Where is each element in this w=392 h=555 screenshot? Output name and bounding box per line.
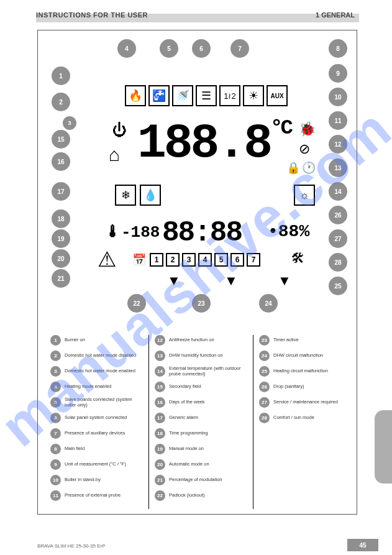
callout-bubble: 25 — [329, 277, 347, 295]
legend-row: 10Boiler in stand-by — [50, 475, 144, 485]
humidity-unit: % — [299, 222, 309, 241]
legend-num: 24 — [259, 351, 270, 361]
legend-text: DHW humidity function on — [169, 353, 223, 358]
callout-bubble: 22 — [127, 294, 146, 313]
legend-num: 19 — [155, 444, 165, 454]
legend-num: 12 — [155, 335, 165, 346]
footer-model: BRAVA SLIM HE 25-30-35 ErP — [37, 543, 106, 549]
callout-bubble: 17 — [52, 182, 70, 201]
legend-num: 16 — [155, 397, 165, 408]
legend-row: 28Comfort / sun mode — [259, 413, 352, 423]
legend-text: Service / maintenance required — [273, 400, 338, 405]
legend-num: 20 — [155, 459, 165, 470]
day-box: 6 — [230, 253, 244, 267]
diagram-panel: 🔥 🚰 🚿 ☰ 1≀2 ☀ AUX 188.8°C ⏻ ⌂ 🐞 ⊘ 🔒 🕐 ❄ … — [37, 30, 357, 515]
callout-bubble: 7 — [230, 39, 249, 58]
legend-text: Time programming — [169, 431, 208, 436]
legend-num: 7 — [50, 428, 61, 439]
legend-row: 20Automatic mode on — [155, 459, 248, 470]
day-box: 1 — [150, 253, 163, 267]
day-box: 2 — [166, 253, 180, 267]
warning-icon: ⚠ — [98, 247, 116, 272]
callout-bubble: 24 — [259, 294, 278, 313]
legend-col-2: 12Antifreeze function on 13DHW humidity … — [155, 335, 248, 501]
legend-row: 13DHW humidity function on — [155, 351, 248, 361]
callout-bubble: 1 — [52, 67, 70, 85]
drop-icon: 💧 — [140, 185, 161, 206]
legend-text: Solar panel system connected — [65, 415, 127, 420]
callout-bubble: 23 — [192, 294, 211, 313]
legend-num: 13 — [155, 351, 165, 361]
callout-bubble: 4 — [117, 39, 136, 58]
legend-text: Domestic hot water mode enabled — [65, 369, 135, 374]
legend-num: 5 — [50, 397, 61, 408]
day-row: 1 2 3 4 5 6 7 — [150, 253, 260, 267]
legend-text: Drop (sanitary) — [273, 384, 304, 389]
legend-row: 24DHW circuit malfunction — [259, 351, 352, 361]
legend-num: 21 — [155, 475, 165, 485]
callout-bubble: 6 — [192, 39, 211, 58]
legend-row: 8Main field — [50, 444, 144, 454]
callout-bubble: 2 — [52, 93, 70, 111]
legend-row: 27Service / maintenance required — [259, 397, 352, 408]
humidity-value: 88 — [278, 222, 299, 241]
legend-row: 14External temperature (with outdoor pro… — [155, 366, 248, 377]
legend-text: Presence of external probe — [65, 493, 121, 498]
aux-icon: AUX — [267, 85, 288, 106]
snowflake-icon: ❄ — [115, 185, 136, 206]
legend-text: Presence of auxiliary devices — [65, 431, 125, 436]
power-icon: ⏻ — [112, 121, 127, 139]
radiator-icon: ☰ — [196, 85, 217, 106]
legend-text: Secondary field — [169, 384, 201, 389]
legend-num: 27 — [259, 397, 270, 408]
legend-text: Automatic mode on — [169, 462, 209, 467]
day-box: 7 — [247, 253, 260, 267]
legend-text: Burner on — [65, 337, 85, 342]
header-section: 1 GENERAL — [316, 11, 355, 19]
legend-text: DHW circuit malfunction — [273, 353, 323, 358]
legend-row: 15Secondary field — [155, 382, 248, 392]
legend-row: 7Presence of auxiliary devices — [50, 428, 144, 439]
legend-num: 18 — [155, 428, 165, 439]
legend-row: 18Time programming — [155, 428, 248, 439]
no-bug-icon: ⊘ — [299, 141, 310, 157]
callout-bubble: 13 — [329, 158, 347, 177]
legend-row: 16Days of the week — [155, 397, 248, 408]
legend-col-1: 1Burner on 2Domestic hot water mode disa… — [50, 335, 144, 501]
legend-num: 14 — [155, 366, 165, 377]
callout-bubble: 21 — [52, 269, 70, 288]
legend-text: Padlock (lockout) — [169, 493, 205, 498]
legend-text: Percentage of modulation — [169, 477, 222, 482]
callout-bubble: 12 — [329, 135, 347, 154]
legend-row: 3Domestic hot water mode enabled — [50, 366, 144, 377]
legend-num: 11 — [50, 490, 61, 501]
callout-bubble: 27 — [329, 229, 347, 248]
sun-icon: ☼ — [294, 185, 315, 206]
calendar-icon: 📅 — [132, 253, 146, 267]
callout-bubble: 5 — [160, 39, 178, 58]
callout-bubble: 19 — [52, 229, 70, 248]
callout-bubble: 8 — [329, 39, 347, 58]
side-tab — [375, 410, 392, 484]
legend-text: Manual mode on — [169, 446, 204, 451]
triangle-down-icon: ▼ — [278, 273, 291, 289]
clock-icon: 🕐 — [302, 161, 316, 175]
lock-icon: 🔒 — [286, 161, 300, 175]
lcd-display: 🔥 🚰 🚿 ☰ 1≀2 ☀ AUX 188.8°C ⏻ ⌂ 🐞 ⊘ 🔒 🕐 ❄ … — [75, 42, 317, 281]
solar-icon: ☀ — [243, 85, 264, 106]
legend-text: Comfort / sun mode — [273, 415, 314, 420]
legend-divider — [148, 335, 149, 509]
callout-bubble: 20 — [52, 249, 70, 268]
triangle-down-icon: ▼ — [167, 273, 181, 289]
legend-row: 9Unit of measurement (°C / °F) — [50, 459, 144, 470]
day-box: 4 — [198, 253, 212, 267]
legend-text: Days of the week — [169, 400, 205, 405]
tap-off-icon: 🚰 — [148, 85, 170, 106]
legend-row: 17Generic alarm — [155, 413, 248, 423]
legend-num: 1 — [50, 335, 61, 346]
legend-row: 19Manual mode on — [155, 444, 248, 454]
legend-num: 4 — [50, 382, 61, 392]
legend-col-3: 23Timer active 24DHW circuit malfunction… — [259, 335, 352, 423]
day-box: 3 — [182, 253, 196, 267]
callout-bubble: 3 — [63, 116, 76, 130]
